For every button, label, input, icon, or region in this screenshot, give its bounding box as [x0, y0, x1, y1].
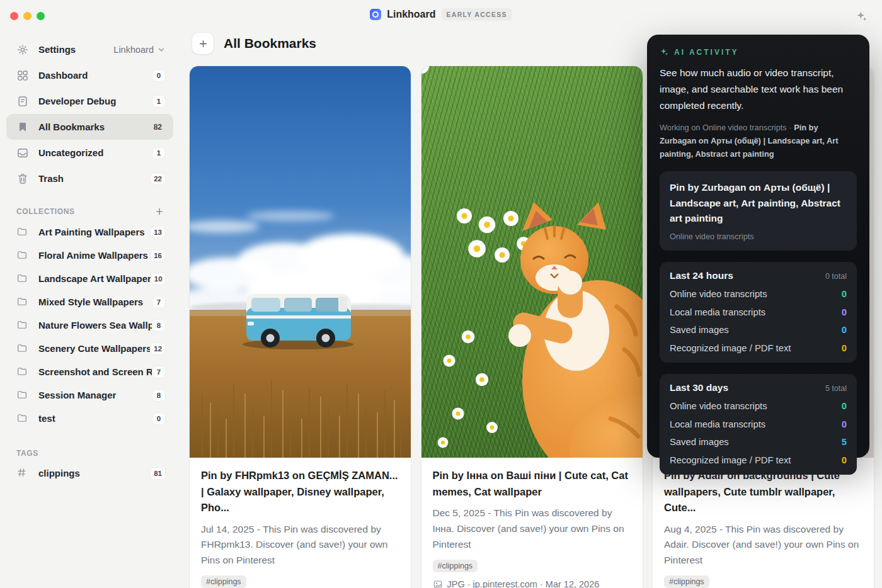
stat-row-recognized-image-pdf-text: Recognized image / PDF text0 [670, 343, 847, 353]
sparkles-icon[interactable] [856, 10, 868, 23]
folder-icon [16, 273, 29, 285]
stat-row-online-video-transcripts: Online video transcripts0 [670, 289, 847, 299]
current-activity-subtitle: Online video transcripts [670, 232, 847, 241]
count-badge: 8 [152, 319, 166, 332]
stats-total: 0 total [825, 272, 847, 281]
sparkles-icon [660, 47, 669, 57]
stats-card-last-30-days: Last 30 days5 totalOnline video transcri… [660, 374, 857, 475]
current-activity-card[interactable]: Pin by Zurbagan on Арты (общё) | Landsca… [660, 171, 857, 251]
count-badge: 8 [152, 389, 166, 402]
trash-icon [16, 172, 29, 185]
bookmark-icon [16, 121, 29, 133]
count-badge: 7 [152, 296, 166, 308]
stat-row-local-media-transcripts: Local media transcripts0 [670, 307, 847, 317]
inbox-icon [16, 147, 29, 159]
tag-clippings[interactable]: #clippings [664, 575, 709, 588]
ai-activity-panel: AI ACTIVITY See how much audio or video … [647, 35, 869, 458]
sidebar-item-trash[interactable]: Trash22 [6, 166, 173, 191]
sidebar-item-all-bookmarks[interactable]: All Bookmarks82 [6, 114, 173, 140]
bookmark-title: Pin by Інна on Ваші піни | Cute cat, Cat… [433, 468, 631, 500]
folder-icon [16, 412, 29, 425]
count-badge: 0 [152, 69, 166, 82]
collection-item-screenshot-and-screen-r[interactable]: Screenshot and Screen R...7 [6, 360, 173, 383]
stats-total: 5 total [825, 384, 847, 393]
folder-icon [16, 249, 29, 262]
gear-icon [16, 43, 29, 56]
title-bar: Linkhoard EARLY ACCESS [0, 0, 882, 31]
bookmark-card[interactable]: Pin by Інна on Ваші піни | Cute cat, Cat… [421, 66, 643, 588]
folder-icon [16, 226, 29, 239]
grid-icon [16, 69, 29, 82]
ai-activity-description: See how much audio or video transcript, … [660, 65, 857, 114]
bookmark-title: Pin by Adair on backgrounds | Cute wallp… [664, 468, 862, 516]
workspace-switcher[interactable]: Linkhoard [113, 45, 166, 55]
folder-icon [16, 366, 29, 378]
collection-item-art-painting-wallpapers[interactable]: Art Painting Wallpapers13 [6, 220, 173, 244]
sidebar-item-developer-debug[interactable]: Developer Debug1 [6, 88, 173, 114]
sidebar: Settings Linkhoard Dashboard0Developer D… [0, 31, 180, 588]
count-badge: 16 [150, 249, 166, 262]
stats-period-title: Last 24 hours [670, 270, 733, 281]
count-badge: 7 [152, 366, 166, 378]
app-name: Linkhoard [387, 9, 435, 20]
current-activity-title: Pin by Zurbagan on Арты (общё) | Landsca… [670, 180, 847, 226]
stat-row-local-media-transcripts: Local media transcripts0 [670, 419, 847, 429]
sidebar-item-settings[interactable]: Settings Linkhoard [6, 37, 173, 62]
collection-item-nature-flowers-sea-wallp[interactable]: Nature Flowers Sea Wallp...8 [6, 314, 173, 337]
count-badge: 1 [152, 95, 166, 108]
count-badge: 1 [152, 147, 166, 159]
count-badge: 10 [151, 273, 166, 285]
stat-row-online-video-transcripts: Online video transcripts0 [670, 401, 847, 411]
add-collection-button[interactable] [154, 206, 164, 217]
sidebar-item-dashboard[interactable]: Dashboard0 [6, 62, 173, 88]
collection-item-floral-anime-wallpapers[interactable]: Floral Anime Wallpapers16 [6, 244, 173, 267]
stat-row-saved-images: Saved images0 [670, 325, 847, 335]
bookmark-description: Jul 14, 2025 - This Pin was discovered b… [201, 522, 399, 568]
count-badge: 12 [150, 342, 166, 355]
tag-clippings[interactable]: #clippings [433, 560, 478, 572]
collection-item-mixed-style-wallpapers[interactable]: Mixed Style Wallpapers7 [6, 290, 173, 314]
bookmark-title: Pin by FHRpmk13 on GEÇMİŞ ZAMAN... | Gal… [201, 468, 399, 516]
tag-clippings[interactable]: #clippings [201, 575, 246, 588]
sidebar-item-uncategorized[interactable]: Uncategorized1 [6, 140, 173, 166]
collection-item-session-manager[interactable]: Session Manager8 [6, 383, 173, 407]
count-badge: 22 [150, 172, 166, 185]
document-icon [16, 95, 29, 108]
count-badge: 82 [150, 121, 166, 133]
ai-activity-header: AI ACTIVITY [674, 48, 739, 57]
folder-icon [16, 296, 29, 308]
image-icon [433, 579, 443, 588]
page-title: All Bookmarks [224, 36, 316, 51]
bookmark-thumbnail-cat-grass [421, 66, 643, 458]
chevron-down-icon [157, 45, 166, 54]
hash-icon [16, 467, 29, 480]
folder-icon [16, 389, 29, 402]
bookmark-description: Aug 4, 2025 - This Pin was discovered by… [664, 522, 862, 568]
stats-period-title: Last 30 days [670, 382, 728, 393]
ai-working-status: Working on Online video transcripts · Pi… [660, 121, 857, 161]
tag-item-clippings[interactable]: clippings81 [6, 461, 173, 485]
folder-icon [16, 342, 29, 355]
tags-header: TAGS [16, 449, 38, 458]
bookmark-meta: JPG · jp.pinterest.com · Mar 12, 2026 [447, 579, 600, 588]
early-access-badge: EARLY ACCESS [442, 8, 512, 21]
collection-item-landscape-art-wallpapers[interactable]: Landscape Art Wallpapers10 [6, 267, 173, 290]
bookmark-card[interactable]: Pin by FHRpmk13 on GEÇMİŞ ZAMAN... | Gal… [190, 66, 411, 588]
stat-row-saved-images: Saved images5 [670, 437, 847, 447]
collections-header: COLLECTIONS [16, 207, 75, 216]
count-badge: 13 [150, 226, 166, 239]
linkhoard-logo-icon [370, 9, 381, 20]
stats-card-last-24-hours: Last 24 hours0 totalOnline video transcr… [660, 262, 857, 363]
bookmark-thumbnail-van-field [190, 66, 411, 458]
count-badge: 0 [152, 412, 166, 425]
collection-item-test[interactable]: test0 [6, 407, 173, 430]
folder-icon [16, 319, 29, 332]
stat-row-recognized-image-pdf-text: Recognized image / PDF text0 [670, 455, 847, 465]
add-bookmark-button[interactable] [192, 33, 214, 54]
count-badge: 81 [150, 467, 166, 480]
bookmark-description: Dec 5, 2025 - This Pin was discovered by… [433, 506, 631, 552]
collection-item-scenery-cute-wallpapers[interactable]: Scenery Cute Wallpapers12 [6, 337, 173, 360]
